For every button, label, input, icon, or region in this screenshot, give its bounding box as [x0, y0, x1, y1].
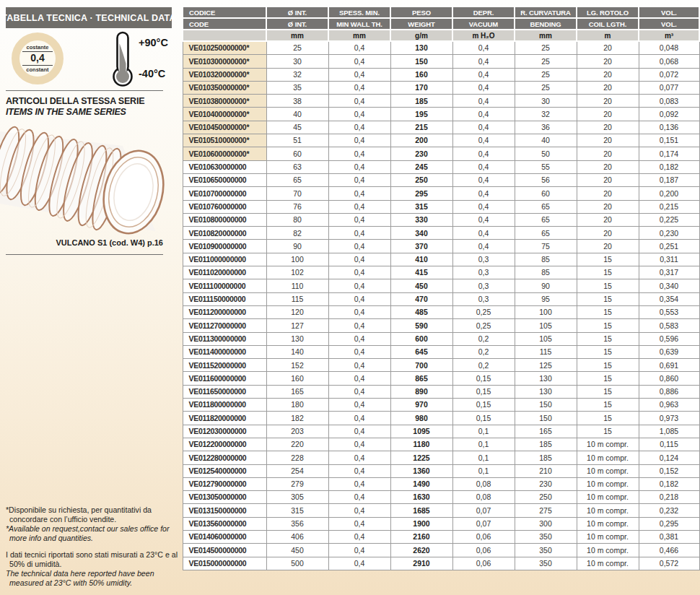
header-row-en: CODEØ INT.MIN WALL TH.WEIGHTVACUUMBENDIN…: [183, 18, 699, 30]
table-row: VE0118200000001820,49800,15150150,973: [183, 412, 699, 425]
value-cell: 470: [390, 292, 452, 305]
value-cell: 356: [266, 517, 328, 530]
value-cell: 228: [266, 451, 328, 464]
value-cell: 0,215: [639, 200, 699, 213]
value-cell: 0,4: [328, 544, 390, 557]
code-cell: VE011300000000: [183, 332, 266, 345]
value-cell: 200: [390, 134, 452, 147]
value-cell: 0,200: [639, 187, 699, 200]
value-cell: 0,3: [452, 266, 515, 279]
code-cell: VE013050000000: [183, 491, 266, 504]
value-cell: 0,174: [639, 147, 699, 160]
value-cell: 165: [266, 385, 328, 398]
table-row: VE010510000000*510,42000,440200,151: [183, 134, 699, 147]
value-cell: 0,4: [328, 253, 390, 266]
value-cell: 65: [266, 173, 328, 186]
value-cell: 150: [390, 55, 452, 68]
value-cell: 0,068: [639, 55, 699, 68]
column-unit: [183, 30, 266, 41]
value-cell: 25: [266, 41, 328, 55]
value-cell: 30: [515, 95, 577, 108]
value-cell: 0,06: [452, 530, 515, 543]
value-cell: 51: [266, 134, 328, 147]
value-cell: 0,07: [452, 504, 515, 517]
value-cell: 127: [266, 319, 328, 332]
value-cell: 0,4: [328, 319, 390, 332]
badge-label-it: costante: [27, 45, 49, 51]
value-cell: 150: [515, 399, 577, 412]
value-cell: 10 m compr.: [577, 557, 639, 570]
value-cell: 0,963: [639, 399, 699, 412]
value-cell: 0,232: [639, 504, 699, 517]
value-cell: 120: [266, 305, 328, 318]
value-cell: 15: [577, 345, 639, 358]
value-cell: 20: [577, 95, 639, 108]
value-cell: 15: [577, 266, 639, 279]
value-cell: 0,25: [452, 305, 515, 318]
value-cell: 0,4: [452, 68, 515, 81]
value-cell: 0,317: [639, 266, 699, 279]
value-cell: 0,218: [639, 491, 699, 504]
value-cell: 0,4: [328, 187, 390, 200]
code-cell: VE012790000000: [183, 477, 266, 490]
column-header-en: BENDING: [515, 18, 577, 30]
note-availability-it: *Disponibile su richiesta, per quantitat…: [6, 505, 181, 524]
value-cell: 0,4: [328, 345, 390, 358]
value-cell: 415: [390, 266, 452, 279]
value-cell: 85: [515, 253, 577, 266]
value-cell: 10 m compr.: [577, 504, 639, 517]
value-cell: 20: [577, 41, 639, 55]
value-cell: 170: [390, 81, 452, 94]
value-cell: 1225: [390, 451, 452, 464]
column-header-en: CODE: [183, 18, 266, 30]
value-cell: 1,085: [639, 425, 699, 438]
value-cell: 0,4: [328, 160, 390, 173]
table-row: VE0140600000004060,421600,0635010 m comp…: [183, 530, 699, 543]
value-cell: 0,1: [452, 425, 515, 438]
value-cell: 203: [266, 425, 328, 438]
table-row: VE0114000000001400,46450,2115150,639: [183, 345, 699, 358]
value-cell: 0,2: [452, 359, 515, 372]
value-cell: 410: [390, 253, 452, 266]
value-cell: 215: [390, 121, 452, 134]
code-cell: VE013560000000: [183, 517, 266, 530]
code-cell: VE012030000000: [183, 425, 266, 438]
value-cell: 0,3: [452, 279, 515, 292]
value-cell: 15: [577, 279, 639, 292]
table-row: VE0130500000003050,416300,0825010 m comp…: [183, 491, 699, 504]
value-cell: 45: [266, 121, 328, 134]
value-cell: 1095: [390, 425, 452, 438]
value-cell: 0,340: [639, 279, 699, 292]
code-cell: VE010630000000: [183, 160, 266, 173]
table-header: CODICEØ INT.SPESS. MIN.PESODEPR.R. CURVA…: [183, 6, 699, 41]
value-cell: 0,4: [328, 95, 390, 108]
value-cell: 0,4: [328, 173, 390, 186]
value-cell: 0,115: [639, 438, 699, 451]
value-cell: 20: [577, 68, 639, 81]
value-cell: 25: [515, 81, 577, 94]
value-cell: 102: [266, 266, 328, 279]
value-cell: 0,230: [639, 227, 699, 240]
code-cell: VE010700000000: [183, 187, 266, 200]
code-cell: VE010350000000*: [183, 81, 266, 94]
value-cell: 0,4: [328, 227, 390, 240]
value-cell: 0,4: [328, 359, 390, 372]
table-row: VE010400000000*400,41950,432200,092: [183, 108, 699, 121]
value-cell: 63: [266, 160, 328, 173]
value-cell: 10 m compr.: [577, 451, 639, 464]
value-cell: 254: [266, 464, 328, 477]
value-cell: 20: [577, 55, 639, 68]
value-cell: 1490: [390, 477, 452, 490]
units-row: mmmmg/mm H₂Ommmm³: [183, 30, 699, 41]
value-cell: 305: [266, 491, 328, 504]
value-cell: 0,4: [452, 160, 515, 173]
value-cell: 10 m compr.: [577, 530, 639, 543]
value-cell: 185: [390, 95, 452, 108]
table-row: VE010450000000*450,42150,436200,136: [183, 121, 699, 134]
table-row: VE010300000000*300,41500,425200,068: [183, 55, 699, 68]
badge-label-en: constant: [26, 67, 48, 73]
value-cell: 0,048: [639, 41, 699, 55]
constant-thickness-badge: costante 0,4 constant: [12, 32, 64, 84]
value-cell: 105: [515, 332, 577, 345]
code-cell: VE010820000000: [183, 227, 266, 240]
